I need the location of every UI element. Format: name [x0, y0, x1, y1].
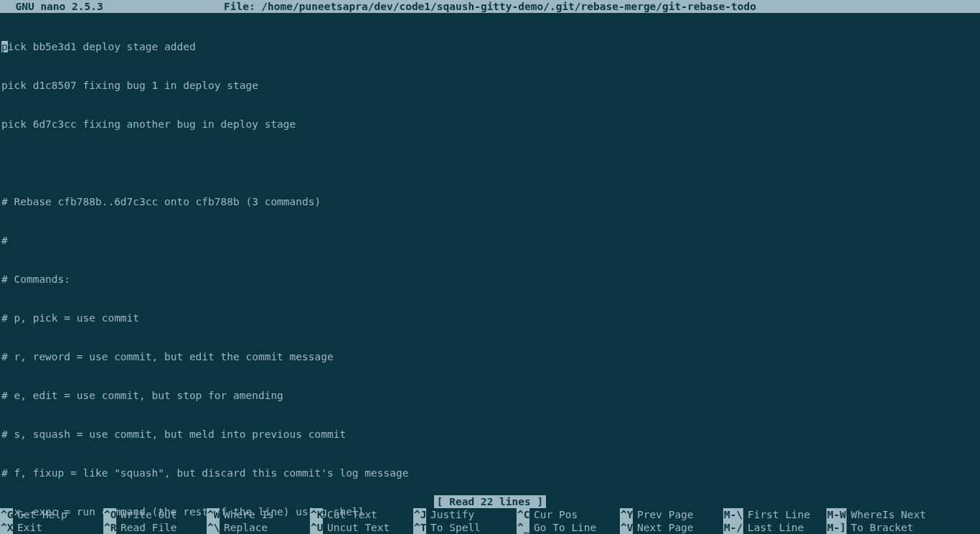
shortcut-row: ^GGet Help^OWrite Out^WWhere Is^KCut Tex… [0, 508, 980, 521]
shortcut-cell: ^_Go To Line [517, 521, 620, 534]
shortcut-label: Cur Pos [529, 508, 578, 521]
shortcut-key: M-W [826, 508, 847, 521]
buffer-line[interactable]: pick d1c8507 fixing bug 1 in deploy stag… [1, 79, 980, 92]
shortcut-cell: M-]To Bracket [826, 521, 948, 534]
shortcut-cell: ^KCut Text [310, 508, 413, 521]
shortcut-label: Go To Line [529, 521, 596, 534]
buffer-line[interactable]: # Rebase cfb788b..6d7c3cc onto cfb788b (… [1, 195, 980, 208]
shortcut-cell: ^RRead File [103, 521, 207, 534]
shortcut-cell: ^WWhere Is [207, 508, 310, 521]
shortcut-label: Uncut Text [323, 521, 390, 534]
shortcut-cell: M-WWhereIs Next [826, 508, 948, 521]
status-message: [ Read 22 lines ] [434, 495, 546, 508]
shortcut-key: ^X [0, 521, 13, 534]
shortcut-label: Get Help [13, 508, 67, 521]
buffer-line[interactable] [1, 156, 980, 169]
buffer-line[interactable]: pick bb5e3d1 deploy stage added [1, 40, 980, 53]
shortcut-label: WhereIs Next [847, 508, 926, 521]
shortcut-bar: ^GGet Help^OWrite Out^WWhere Is^KCut Tex… [0, 508, 980, 534]
shortcut-label: Last Line [743, 521, 804, 534]
shortcut-label: Justify [426, 508, 474, 521]
shortcut-key: M-/ [723, 521, 743, 534]
app-name: GNU nano 2.5.3 [3, 1, 103, 12]
shortcut-key: ^O [103, 508, 116, 521]
shortcut-key: M-\ [723, 508, 743, 521]
shortcut-key: ^K [310, 508, 323, 521]
shortcut-key: ^U [310, 521, 323, 534]
editor-content[interactable]: pick bb5e3d1 deploy stage added pick d1c… [0, 13, 980, 534]
shortcut-cell: ^VNext Page [620, 521, 723, 534]
shortcut-key: ^R [103, 521, 116, 534]
shortcut-key: ^C [517, 508, 529, 521]
buffer-line[interactable]: # [1, 234, 980, 247]
shortcut-label: Where Is [220, 508, 274, 521]
shortcut-label: To Bracket [847, 521, 913, 534]
shortcut-cell: ^UUncut Text [310, 521, 413, 534]
shortcut-cell: M-\First Line [723, 508, 826, 521]
title-bar: GNU nano 2.5.3 File: /home/puneetsapra/d… [0, 0, 980, 13]
shortcut-label: Next Page [633, 521, 694, 534]
buffer-line[interactable]: # Commands: [1, 273, 980, 286]
shortcut-key: ^W [207, 508, 220, 521]
shortcut-key: ^J [413, 508, 426, 521]
shortcut-key: ^V [620, 521, 633, 534]
shortcut-label: Replace [220, 521, 268, 534]
shortcut-key: ^G [0, 508, 13, 521]
cursor: p [1, 41, 8, 52]
shortcut-cell: ^GGet Help [0, 508, 103, 521]
buffer-line[interactable]: # e, edit = use commit, but stop for ame… [1, 389, 980, 402]
shortcut-label: First Line [743, 508, 810, 521]
shortcut-label: Read File [116, 521, 177, 534]
shortcut-cell: M-/Last Line [723, 521, 826, 534]
shortcut-cell: ^YPrev Page [620, 508, 723, 521]
buffer-line[interactable]: # r, reword = use commit, but edit the c… [1, 350, 980, 363]
buffer-line[interactable]: pick 6d7c3cc fixing another bug in deplo… [1, 118, 980, 131]
shortcut-cell: ^TTo Spell [413, 521, 517, 534]
shortcut-cell: ^XExit [0, 521, 103, 534]
shortcut-label: Write Out [116, 508, 177, 521]
shortcut-label: Prev Page [633, 508, 694, 521]
shortcut-label: Exit [13, 521, 42, 534]
shortcut-cell: ^JJustify [413, 508, 517, 521]
file-path: File: /home/puneetsapra/dev/code1/sqaush… [224, 1, 756, 12]
shortcut-cell: ^CCur Pos [517, 508, 620, 521]
shortcut-key: ^T [413, 521, 426, 534]
shortcut-key: M-] [826, 521, 847, 534]
shortcut-row: ^XExit^RRead File^\Replace^UUncut Text^T… [0, 521, 980, 534]
buffer-line[interactable]: # s, squash = use commit, but meld into … [1, 428, 980, 441]
shortcut-key: ^\ [207, 521, 220, 534]
shortcut-key: ^Y [620, 508, 633, 521]
shortcut-label: Cut Text [323, 508, 377, 521]
shortcut-cell: ^\Replace [207, 521, 310, 534]
shortcut-label: To Spell [426, 521, 481, 534]
buffer-line[interactable]: # p, pick = use commit [1, 312, 980, 324]
buffer-line[interactable]: # f, fixup = like "squash", but discard … [1, 467, 980, 479]
shortcut-cell: ^OWrite Out [103, 508, 207, 521]
status-bar-wrapper: [ Read 22 lines ] [0, 495, 980, 508]
shortcut-key: ^_ [517, 521, 529, 534]
